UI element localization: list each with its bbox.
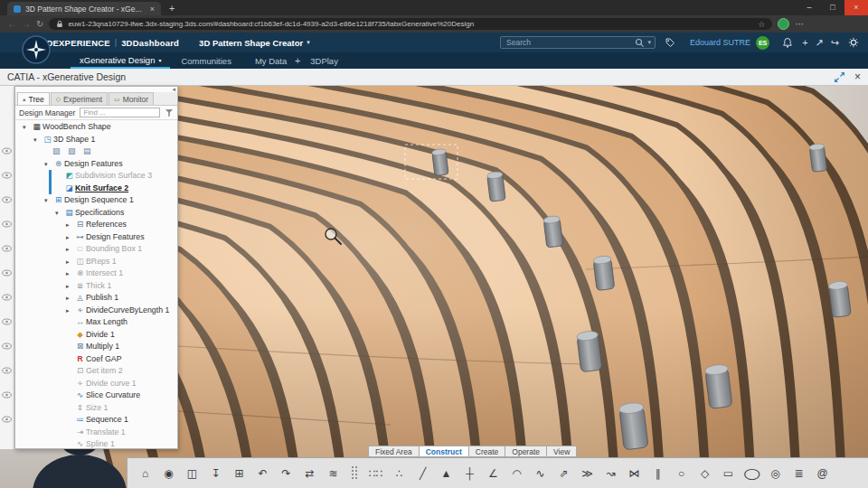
mode-tab[interactable]: Fixed Area bbox=[368, 446, 420, 457]
close-app-icon[interactable]: × bbox=[854, 70, 861, 83]
tree-row[interactable]: ⊡ Get item 2 bbox=[15, 365, 177, 378]
eye-icon[interactable] bbox=[2, 391, 12, 399]
coil-icon[interactable]: ≣ bbox=[788, 463, 809, 483]
add-platform-tab-button[interactable]: + bbox=[288, 52, 307, 69]
corner-icon[interactable]: ∠ bbox=[483, 463, 504, 483]
add-content-icon[interactable]: + bbox=[802, 37, 807, 48]
browser-menu-icon[interactable]: ⋯ bbox=[795, 19, 804, 29]
tree-row[interactable]: ∿ Slice Curvature bbox=[15, 389, 177, 402]
offset-icon[interactable]: ≫ bbox=[577, 463, 598, 483]
polygon-icon[interactable]: ◇ bbox=[694, 463, 715, 483]
eye-icon[interactable] bbox=[2, 294, 12, 301]
tree-row[interactable]: ▸ ⊶ Design Features bbox=[15, 231, 177, 244]
tree-row[interactable]: ▨ ▧ ▤ bbox=[15, 145, 177, 158]
tag-icon[interactable] bbox=[663, 35, 677, 50]
tree-row[interactable]: R Coef GAP bbox=[15, 353, 177, 366]
app-title-dropdown[interactable]: 3D Pattern Shape Creator ▾ bbox=[199, 38, 310, 48]
eye-icon[interactable] bbox=[2, 343, 12, 350]
search-options-chevron-icon[interactable]: ▾ bbox=[648, 39, 652, 46]
browser-profile-avatar[interactable] bbox=[778, 18, 789, 30]
eye-icon[interactable] bbox=[2, 245, 12, 252]
panel-grip[interactable]: ◂ bbox=[15, 87, 177, 92]
tree-row[interactable]: ▸ ≣ Thick 1 bbox=[15, 280, 177, 293]
platform-brand[interactable]: 3DEXPERIENCE | 3DDashboard bbox=[42, 38, 179, 48]
eye-icon[interactable] bbox=[2, 318, 12, 325]
tree-expander[interactable]: ▸ bbox=[66, 267, 74, 280]
anchor-point-icon[interactable]: ┼ bbox=[459, 463, 480, 483]
paste-icon[interactable]: ⊞ bbox=[229, 463, 250, 483]
expand-window-icon[interactable] bbox=[834, 71, 845, 83]
tab-close-icon[interactable]: × bbox=[150, 5, 155, 14]
tree-expander[interactable]: ▾ bbox=[44, 194, 52, 207]
search-icon[interactable] bbox=[635, 38, 645, 48]
panel-tab[interactable]: ▴ Tree bbox=[17, 92, 50, 105]
tree-expander[interactable]: ▸ bbox=[66, 256, 74, 268]
tree-expander[interactable]: ▸ bbox=[66, 231, 74, 244]
window-maximize-button[interactable]: □ bbox=[821, 0, 844, 15]
tree-row[interactable]: ◆ Divide 1 bbox=[15, 329, 177, 342]
url-bar[interactable]: euw1-23qna10729-ifwe.3dx-staging.3ds.com… bbox=[49, 18, 772, 30]
tree-row[interactable]: ⇥ Translate 1 bbox=[15, 427, 177, 439]
tree-expander[interactable]: ▸ bbox=[66, 219, 74, 231]
settings-gear-icon[interactable] bbox=[846, 35, 861, 50]
platform-tab[interactable]: Communities bbox=[172, 52, 243, 69]
panel-tab[interactable]: ▭ Monitor bbox=[108, 92, 154, 105]
back-icon[interactable]: ← bbox=[7, 19, 16, 29]
eye-icon[interactable] bbox=[2, 147, 12, 155]
tree-row[interactable]: ▸ ⊗ Intersect 1 bbox=[15, 267, 177, 280]
notifications-bell-icon[interactable] bbox=[780, 35, 795, 50]
rectangle-icon[interactable]: ▭ bbox=[718, 463, 739, 483]
platform-tab[interactable]: 3DPlay bbox=[301, 52, 351, 69]
explore-icon[interactable]: ◉ bbox=[158, 463, 179, 483]
feed-icon[interactable]: ≋ bbox=[323, 463, 344, 483]
share-icon[interactable]: ↗ bbox=[816, 37, 824, 49]
plane-icon[interactable]: ▲ bbox=[436, 463, 457, 483]
tree-expander[interactable]: ▸ bbox=[66, 292, 74, 305]
tree-row[interactable]: ▸ ◫ BReps 1 bbox=[15, 256, 177, 268]
tree-row[interactable]: ⇕ Size 1 bbox=[15, 402, 177, 415]
redo-icon[interactable]: ↷ bbox=[276, 463, 297, 483]
eye-icon[interactable] bbox=[2, 172, 12, 179]
tree-row[interactable]: ∿ Spline 1 bbox=[15, 438, 177, 448]
swap-icon[interactable]: ⇄ bbox=[299, 463, 320, 483]
tree-row[interactable]: ▾ ▦ WoodBench Shape bbox=[15, 121, 177, 134]
user-block[interactable]: Edouard SUTRE ES bbox=[690, 36, 769, 50]
tree-row[interactable]: ▾ ⊞ Design Sequence 1 bbox=[15, 194, 177, 207]
tree-row[interactable]: ▸ ⊟ References bbox=[15, 219, 177, 231]
circle-icon[interactable]: ○ bbox=[671, 463, 692, 483]
tree-expander[interactable]: ▾ bbox=[33, 134, 42, 146]
tree-expander[interactable]: ▸ bbox=[66, 305, 74, 317]
save-icon[interactable]: ◫ bbox=[182, 463, 203, 483]
tree-row[interactable]: ▾ ▤ Specifications bbox=[15, 207, 177, 220]
tree-row[interactable]: ∻ Divide curve 1 bbox=[15, 378, 177, 390]
tree-row[interactable]: ◩ Subdivision Surface 3 bbox=[15, 170, 177, 183]
tree-row[interactable]: ▸ ∻ DivideCurveByLength 1 bbox=[15, 305, 177, 317]
eye-icon[interactable] bbox=[2, 269, 12, 277]
line-icon[interactable]: ╱ bbox=[412, 463, 433, 483]
tree-row[interactable]: ↔ Max Length bbox=[15, 316, 177, 329]
search-input[interactable] bbox=[505, 37, 630, 48]
tree-expander[interactable]: ▾ bbox=[23, 121, 31, 134]
tree-row[interactable]: ▾ ◳ 3D Shape 1 bbox=[15, 134, 177, 146]
undo-icon[interactable]: ↶ bbox=[252, 463, 273, 483]
eye-icon[interactable] bbox=[2, 196, 12, 203]
bookmark-star-icon[interactable]: ☆ bbox=[758, 20, 765, 29]
window-minimize-button[interactable]: – bbox=[797, 0, 821, 15]
mode-tab[interactable]: Construct bbox=[419, 446, 469, 457]
panel-collapse-button[interactable]: ◂ bbox=[172, 87, 175, 92]
tree-row[interactable]: ≔ Sequence 1 bbox=[15, 414, 177, 427]
mode-tab[interactable]: Create bbox=[468, 446, 506, 457]
export-icon[interactable]: ↧ bbox=[205, 463, 226, 483]
window-close-button[interactable]: × bbox=[844, 0, 868, 15]
torus-icon[interactable]: ◎ bbox=[765, 463, 786, 483]
panel-tab[interactable]: ◇ Experiment bbox=[51, 92, 108, 105]
new-tab-button[interactable]: + bbox=[169, 2, 175, 15]
arc-icon[interactable]: ◠ bbox=[506, 463, 527, 483]
search-box[interactable]: ▾ bbox=[500, 36, 656, 49]
sweep-icon[interactable]: ↝ bbox=[600, 463, 621, 483]
mode-tab[interactable]: Operate bbox=[505, 446, 547, 457]
filter-funnel-icon[interactable] bbox=[165, 108, 174, 117]
compass-badge[interactable] bbox=[22, 35, 51, 64]
tree-row[interactable]: ⊠ Multiply 1 bbox=[15, 341, 177, 353]
tree-expander[interactable]: ▾ bbox=[44, 158, 52, 171]
